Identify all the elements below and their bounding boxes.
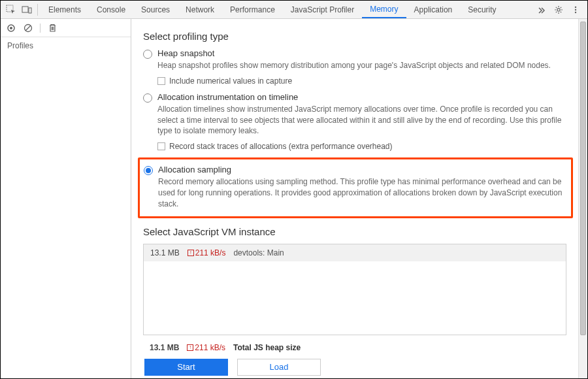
panel-tabs: Elements Console Sources Network Perform…: [41, 1, 535, 18]
svg-rect-2: [29, 8, 31, 13]
checkbox-record-stack-traces[interactable]: [157, 142, 165, 150]
tab-memory[interactable]: Memory: [362, 1, 406, 18]
vertical-scrollbar[interactable]: [578, 19, 587, 378]
svg-line-9: [561, 11, 561, 12]
device-toolbar-icon[interactable]: [19, 2, 35, 18]
svg-line-8: [556, 7, 557, 7]
tab-sources[interactable]: Sources: [133, 1, 178, 18]
start-button[interactable]: Start: [144, 359, 228, 376]
svg-point-12: [575, 6, 576, 7]
memory-panel: Select profiling type Heap snapshot Heap…: [131, 19, 587, 378]
action-buttons: Start Load: [143, 359, 566, 376]
profiles-toolbar: [1, 19, 131, 37]
tab-performance[interactable]: Performance: [222, 1, 283, 18]
clear-icon[interactable]: [23, 23, 33, 33]
arrow-up-icon: ↑: [188, 250, 194, 256]
tab-application[interactable]: Application: [406, 1, 461, 18]
scrollbar-thumb[interactable]: [580, 22, 586, 335]
checkbox-label[interactable]: Include numerical values in capture: [169, 76, 292, 86]
tab-elements[interactable]: Elements: [41, 1, 89, 18]
svg-point-16: [10, 27, 12, 29]
option-label[interactable]: Heap snapshot: [157, 48, 214, 58]
option-label[interactable]: Allocation sampling: [158, 165, 231, 174]
delete-icon[interactable]: [47, 23, 57, 33]
option-allocation-timeline: Allocation instrumentation on timeline A…: [143, 92, 566, 151]
vm-memory-value: 13.1 MB: [150, 248, 180, 257]
heap-summary: 13.1 MB ↑ 211 kB/s Total JS heap size: [143, 340, 566, 359]
profiles-sidebar: Profiles: [1, 19, 131, 378]
sidebar-section-profiles: Profiles: [1, 37, 131, 54]
vm-instance-list: 13.1 MB ↑ 211 kB/s devtools: Main: [143, 244, 566, 335]
summary-memory-value: 13.1 MB: [150, 343, 179, 352]
vm-instance-name: devtools: Main: [233, 248, 284, 257]
kebab-menu-icon[interactable]: [569, 3, 582, 16]
vm-instance-heading: Select JavaScript VM instance: [143, 226, 566, 237]
option-desc: Heap snapshot profiles show memory distr…: [157, 60, 566, 71]
svg-rect-1: [22, 7, 28, 12]
checkbox-include-numerical[interactable]: [157, 77, 165, 85]
summary-rate: ↑ 211 kB/s: [187, 343, 225, 352]
arrow-up-icon: ↑: [187, 344, 193, 351]
vm-rate: ↑ 211 kB/s: [188, 248, 226, 257]
svg-point-3: [557, 8, 560, 10]
divider: [40, 24, 41, 33]
svg-point-14: [575, 11, 576, 12]
option-desc: Record memory allocations using sampling…: [158, 176, 564, 209]
settings-gear-icon[interactable]: [552, 3, 565, 16]
vm-rate-value: 211 kB/s: [195, 248, 226, 257]
summary-label: Total JS heap size: [233, 343, 301, 352]
radio-allocation-sampling[interactable]: [144, 166, 153, 175]
divider: [37, 4, 38, 16]
load-button[interactable]: Load: [237, 359, 321, 376]
tab-network[interactable]: Network: [178, 1, 222, 18]
tab-console[interactable]: Console: [89, 1, 133, 18]
option-allocation-sampling: Allocation sampling Record memory alloca…: [144, 165, 564, 209]
svg-line-10: [556, 11, 557, 12]
tab-js-profiler[interactable]: JavaScript Profiler: [283, 1, 362, 18]
option-label[interactable]: Allocation instrumentation on timeline: [157, 92, 298, 102]
option-desc: Allocation timelines show instrumented J…: [157, 104, 566, 137]
radio-heap-snapshot[interactable]: [143, 50, 152, 59]
inspect-element-icon[interactable]: [3, 2, 19, 18]
highlighted-option: Allocation sampling Record memory alloca…: [138, 157, 573, 218]
option-heap-snapshot: Heap snapshot Heap snapshot profiles sho…: [143, 48, 566, 86]
radio-allocation-timeline[interactable]: [143, 93, 152, 103]
summary-rate-value: 211 kB/s: [195, 343, 225, 352]
tab-security[interactable]: Security: [460, 1, 504, 18]
more-tabs-icon[interactable]: [535, 3, 548, 16]
svg-line-18: [25, 25, 31, 31]
svg-line-11: [561, 7, 561, 7]
checkbox-label[interactable]: Record stack traces of allocations (extr…: [169, 142, 393, 151]
profiling-type-heading: Select profiling type: [143, 31, 566, 42]
devtools-top-bar: Elements Console Sources Network Perform…: [1, 1, 587, 19]
svg-point-13: [575, 8, 576, 10]
vm-instance-row[interactable]: 13.1 MB ↑ 211 kB/s devtools: Main: [144, 244, 566, 261]
record-icon[interactable]: [6, 23, 16, 33]
